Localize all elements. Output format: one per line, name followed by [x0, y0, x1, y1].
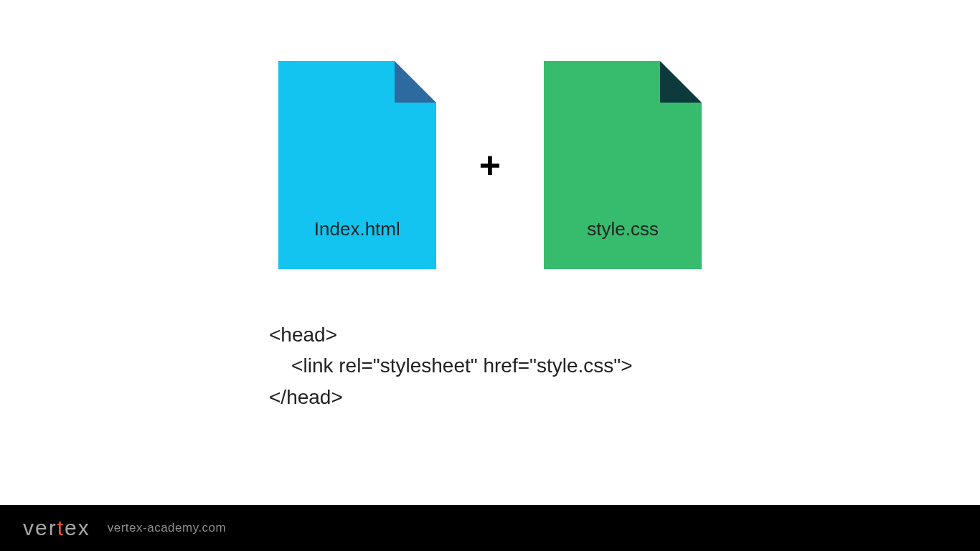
logo-text-accent: t [57, 516, 65, 540]
file-html-label: Index.html [314, 218, 400, 240]
footer-url: vertex-academy.com [108, 521, 227, 535]
logo-text-post: ex [65, 516, 90, 540]
main-diagram: Index.html + style.css <head> <link rel=… [0, 61, 980, 413]
files-row: Index.html + style.css [278, 61, 702, 269]
file-css-icon: style.css [544, 61, 702, 269]
logo-text-pre: ver [23, 516, 57, 540]
file-css-label: style.css [587, 218, 659, 240]
file-html-icon: Index.html [278, 61, 436, 269]
page-fold-triangle-icon [660, 61, 702, 103]
code-snippet: <head> <link rel="stylesheet" href="styl… [269, 319, 633, 413]
code-line: <link rel="stylesheet" href="style.css"> [269, 354, 633, 377]
page-fold-triangle-icon [395, 61, 436, 103]
footer: vertex vertex-academy.com [0, 505, 980, 551]
brand-logo: vertex [23, 516, 90, 540]
plus-icon: + [479, 146, 501, 184]
code-line: </head> [269, 386, 343, 408]
code-line: <head> [269, 324, 337, 346]
